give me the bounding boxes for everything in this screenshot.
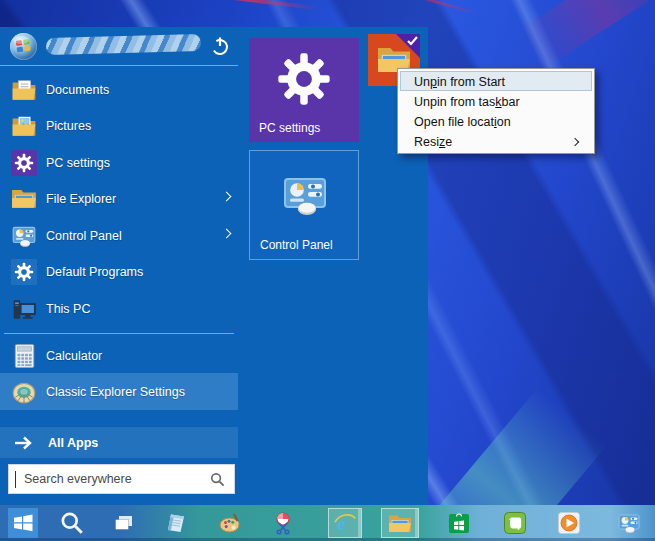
tile-label: PC settings	[259, 121, 320, 135]
taskbar-file-explorer-button[interactable]	[381, 508, 419, 538]
windows-orb-icon	[10, 33, 37, 60]
start-menu-item-label: Classic Explorer Settings	[46, 385, 185, 399]
all-apps-label: All Apps	[48, 436, 98, 450]
start-menu-item-label: Pictures	[46, 119, 91, 133]
documents-folder-icon	[11, 77, 37, 103]
start-menu-item-file-explorer[interactable]: File Explorer	[0, 180, 238, 217]
taskbar-search-button[interactable]	[57, 508, 87, 538]
search-icon	[60, 511, 84, 535]
window-stack-icon	[112, 511, 136, 535]
taskbar-internet-explorer-button[interactable]: e	[328, 508, 362, 538]
desktop: Documents Pictures	[0, 0, 655, 541]
tile-pc-settings[interactable]: PC settings	[249, 38, 359, 142]
start-menu-item-calculator[interactable]: Calculator	[0, 337, 238, 374]
taskbar-notepad-button[interactable]	[161, 508, 191, 538]
search-box	[8, 464, 235, 494]
windows-store-icon	[447, 511, 471, 535]
start-menu-item-label: Control Panel	[46, 229, 122, 243]
file-explorer-folder-icon	[11, 186, 37, 212]
context-menu-item-unpin-from-taskbar[interactable]: Unpin from taskbar	[400, 91, 592, 111]
taskbar-paint-button[interactable]	[215, 508, 245, 538]
default-programs-gear-icon	[11, 259, 37, 285]
submenu-chevron-icon	[222, 192, 232, 202]
start-menu-item-pc-settings[interactable]: PC settings	[0, 144, 238, 181]
windows-logo-icon	[11, 511, 35, 535]
taskbar-window-switcher-button[interactable]	[109, 508, 139, 538]
paint-palette-icon	[218, 511, 242, 535]
snipping-tool-icon	[271, 511, 295, 535]
start-menu-item-label: Calculator	[46, 349, 102, 363]
start-menu: Documents Pictures	[0, 27, 428, 505]
pictures-folder-icon	[11, 113, 37, 139]
taskbar-media-player-button[interactable]	[554, 508, 584, 538]
right-arrow-icon	[13, 435, 35, 451]
start-menu-item-this-pc[interactable]: This PC	[0, 290, 238, 327]
control-panel-icon	[281, 171, 329, 219]
taskbar-windows-store-button[interactable]	[444, 508, 474, 538]
file-explorer-icon	[388, 511, 412, 535]
submenu-chevron-icon	[222, 229, 232, 239]
start-menu-item-control-panel[interactable]: Control Panel	[0, 217, 238, 254]
start-button[interactable]	[8, 508, 38, 538]
control-panel-icon	[11, 223, 37, 249]
tile-label: Control Panel	[260, 238, 333, 252]
user-name-redacted[interactable]	[46, 34, 201, 55]
notepad-icon	[164, 511, 188, 535]
taskbar: e	[0, 505, 655, 541]
start-menu-item-label: Default Programs	[46, 265, 143, 279]
search-icon[interactable]	[210, 472, 225, 487]
start-menu-item-pictures[interactable]: Pictures	[0, 107, 238, 144]
pc-settings-gear-icon	[11, 150, 37, 176]
start-menu-item-label: PC settings	[46, 156, 110, 170]
all-apps-button[interactable]: All Apps	[0, 427, 238, 458]
context-menu-items: Unpin from StartUnpin from taskbarOpen f…	[400, 71, 592, 151]
start-menu-item-label: Documents	[46, 83, 109, 97]
seashell-icon	[11, 379, 37, 405]
tile-control-panel[interactable]: Control Panel	[249, 150, 359, 260]
gear-icon	[276, 51, 332, 107]
context-menu-item-resize[interactable]: Resize	[400, 131, 592, 151]
context-menu-item-unpin-from-start[interactable]: Unpin from Start	[400, 71, 592, 91]
calculator-icon	[11, 343, 37, 369]
taskbar-snipping-tool-button[interactable]	[268, 508, 298, 538]
start-menu-item-label: File Explorer	[46, 192, 116, 206]
taskbar-control-panel-button[interactable]	[614, 508, 644, 538]
power-button[interactable]	[210, 36, 230, 56]
menu-divider	[4, 333, 234, 334]
start-menu-item-classic-explorer-settings[interactable]: Classic Explorer Settings	[0, 373, 238, 410]
start-menu-header	[0, 27, 238, 66]
start-menu-item-default-programs[interactable]: Default Programs	[0, 253, 238, 290]
start-menu-item-label: This PC	[46, 302, 90, 316]
internet-explorer-icon: e	[333, 511, 357, 535]
this-pc-computer-icon	[11, 296, 37, 322]
control-panel-icon	[617, 511, 641, 535]
play-button-icon	[557, 511, 581, 535]
checkmark-icon	[406, 35, 419, 47]
taskbar-evernote-button[interactable]	[499, 508, 531, 538]
context-menu-item-open-file-location[interactable]: Open file location	[400, 111, 592, 131]
search-input[interactable]	[16, 472, 210, 486]
evernote-icon	[503, 511, 527, 535]
start-menu-item-documents[interactable]: Documents	[0, 71, 238, 108]
context-menu: Unpin from StartUnpin from taskbarOpen f…	[397, 68, 595, 154]
